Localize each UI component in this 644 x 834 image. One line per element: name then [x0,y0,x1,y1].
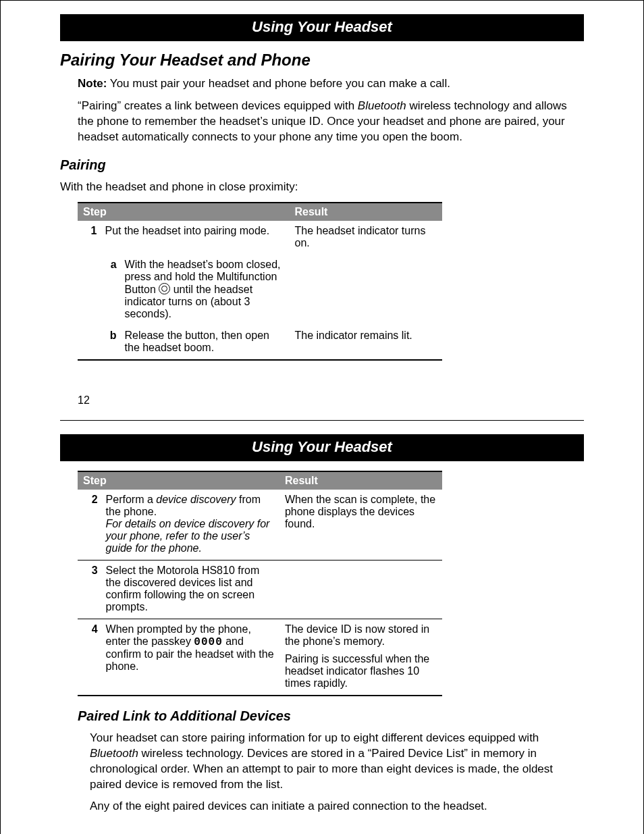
table-row: a With the headset’s boom closed, press … [78,255,442,325]
bluetooth-term: Bluetooth [358,99,406,112]
bluetooth-term: Bluetooth [90,747,138,760]
section-banner: Using Your Headset [60,434,584,461]
table-row: 1 Put the headset into pairing mode. The… [78,221,442,255]
table-row: 4 When prompted by the phone, enter the … [78,619,442,696]
additional-paragraph-1: Your headset can store pairing informati… [90,731,584,793]
pairing-steps-table-cont: Step Result 2 Perform a device discovery… [78,471,442,696]
heading-pairing: Pairing [60,157,584,173]
col-step: Step [78,471,279,490]
note-text: You must pair your headset and phone bef… [107,77,450,90]
table-row: b Release the button, then open the head… [78,325,442,360]
col-step: Step [78,203,290,221]
heading-additional-devices: Paired Link to Additional Devices [78,708,584,724]
passkey-code: 0000 [194,636,222,648]
pairing-description: “Pairing” creates a link between devices… [78,99,584,145]
col-result: Result [290,203,443,221]
page-number: 12 [78,394,584,407]
multifunction-button-icon [159,283,170,294]
col-result: Result [279,471,442,490]
additional-paragraph-2: Any of the eight paired devices can init… [90,799,584,814]
pairing-steps-table: Step Result 1 Put the headset into pairi… [78,202,442,361]
note-paragraph: Note: You must pair your headset and pho… [78,76,584,92]
pairing-intro: With the headset and phone in close prox… [60,180,584,195]
note-label: Note: [78,77,107,90]
table-row: 2 Perform a device discovery from the ph… [78,490,442,561]
table-row: 3 Select the Motorola HS810 from the dis… [78,560,442,619]
section-banner: Using Your Headset [60,14,584,41]
heading-pairing-headset-phone: Pairing Your Headset and Phone [60,51,584,70]
